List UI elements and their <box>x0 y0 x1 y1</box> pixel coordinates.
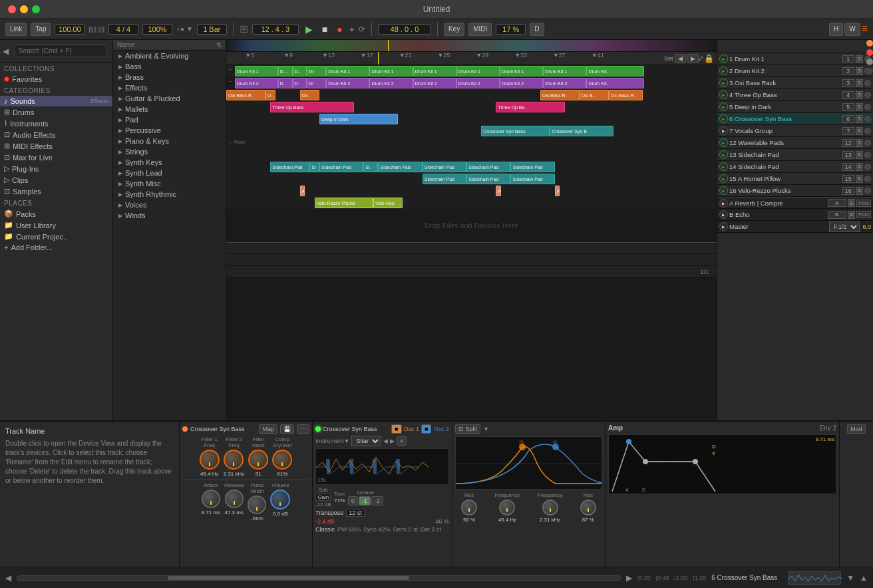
rh-mute-13[interactable] <box>864 152 871 158</box>
quantize-value[interactable]: 48 . 0 . 0 <box>378 24 431 35</box>
list-view-btn[interactable]: ≡ <box>397 436 407 446</box>
rh-play-6[interactable]: ▶ <box>719 114 728 123</box>
sidebar-item-samples[interactable]: ⊡ Samples <box>0 186 112 197</box>
clip-oxi-c[interactable]: Ox.. <box>300 90 319 100</box>
minimize-button[interactable] <box>20 5 28 13</box>
clip-drum2-h[interactable]: Drum Kit 2 <box>456 78 500 88</box>
clip-oxi-a[interactable]: Oxi Bass R. <box>226 90 265 100</box>
clip-crossover-b[interactable]: Crossover Syn B. <box>550 126 613 136</box>
device-1-map[interactable]: Map <box>259 424 277 434</box>
rh-s-13[interactable]: S <box>856 151 863 159</box>
rh-play-15[interactable]: ▶ <box>719 174 728 183</box>
sidebar-item-packs[interactable]: 📦 Packs <box>0 208 112 220</box>
expand-icon[interactable]: ⤢ <box>697 54 704 63</box>
view-btn-h[interactable]: H <box>829 23 843 36</box>
browser-item-synth-misc[interactable]: ▶ Synth Misc <box>113 178 226 189</box>
maximize-button[interactable] <box>32 5 40 13</box>
clip-side13-b[interactable]: Si <box>309 162 319 172</box>
browser-item-voices[interactable]: ▶ Voices <box>113 200 226 210</box>
osc2-btn[interactable]: ■ <box>421 424 431 434</box>
scroll-left-btn[interactable]: ◀ <box>5 573 11 583</box>
nav-back[interactable]: ◀ <box>3 47 9 56</box>
tap-button[interactable]: Tap <box>31 23 51 36</box>
rh-play-1[interactable]: ▶ <box>719 55 728 63</box>
rh-s-2[interactable]: S <box>856 67 863 75</box>
lock-icon[interactable]: 🔒 <box>704 54 714 63</box>
browser-item-piano[interactable]: ▶ Piano & Keys <box>113 136 226 146</box>
sidebar-item-instruments[interactable]: ⌇ Instruments <box>0 118 112 129</box>
rh-s-4[interactable]: S <box>856 91 863 99</box>
close-button[interactable] <box>8 5 16 13</box>
clip-side13-e[interactable]: Sidechain Pad <box>378 162 422 172</box>
volume-knob[interactable] <box>270 490 290 510</box>
master-select[interactable]: ii 1/2 <box>829 221 860 232</box>
rh-s-1[interactable]: S <box>856 55 863 63</box>
clip-drum1-f[interactable]: Drum Kit 1 <box>369 66 413 76</box>
clip-oxi-b[interactable]: O.. <box>265 90 275 100</box>
browser-item-brass[interactable]: ▶ Brass <box>113 72 226 82</box>
stop-button[interactable]: ■ <box>319 24 330 35</box>
rh-play-5[interactable]: ▶ <box>719 102 728 111</box>
rh-play-16[interactable]: ▶ <box>719 186 728 195</box>
oct-0[interactable]: 0 <box>348 496 358 506</box>
scroll-marker-orange[interactable] <box>866 40 873 47</box>
browser-item-bass[interactable]: ▶ Bass <box>113 61 226 72</box>
filter1-freq-knob[interactable] <box>200 450 220 470</box>
set-next[interactable]: ▶ <box>687 54 699 63</box>
sidebar-item-plugins[interactable]: ▷ Plug-Ins <box>0 163 112 174</box>
device-1-menu[interactable]: ⋯ <box>297 424 309 434</box>
device-2-power[interactable] <box>315 426 321 432</box>
rh-s-7[interactable]: S <box>856 127 863 135</box>
scroll-down-btn[interactable]: ▼ <box>846 573 854 583</box>
oct-neg1[interactable]: -1 <box>359 496 371 506</box>
clip-hornet-a[interactable]: A <box>300 186 305 196</box>
h-scrollbar-thumb[interactable] <box>168 576 409 580</box>
clip-velo-b[interactable]: Velo-Rez. <box>373 198 403 208</box>
rh-s-12[interactable]: S <box>856 139 863 147</box>
rh-play-send-a[interactable]: ▶ <box>719 199 728 208</box>
clip-drum2-b[interactable]: D. <box>278 78 293 88</box>
sidebar-item-clips[interactable]: ▷ Clips <box>0 174 112 186</box>
rh-mute-12[interactable] <box>864 140 871 146</box>
browser-item-synth-rhythmic[interactable]: ▶ Synth Rhythmic <box>113 189 226 200</box>
sidebar-item-audio-effects[interactable]: ⊡ Audio Effects <box>0 129 112 140</box>
rh-s-6[interactable]: S <box>856 115 863 123</box>
comp-drywet-knob[interactable] <box>272 450 292 470</box>
rh-mute-6[interactable] <box>864 116 871 122</box>
scroll-up-btn[interactable]: ▲ <box>860 573 868 583</box>
rh-mute-3[interactable] <box>864 80 871 86</box>
clip-side13-d[interactable]: Si. <box>363 162 378 172</box>
scroll-marker-gray[interactable] <box>866 59 873 65</box>
clip-drum2-c[interactable]: D. <box>293 78 307 88</box>
record-arm-button[interactable]: D <box>530 23 544 36</box>
rh-play-2[interactable]: ▶ <box>719 67 728 75</box>
link-button[interactable]: Link <box>5 23 27 36</box>
sidebar-item-sounds[interactable]: ♪ Sounds Effects <box>0 96 112 106</box>
rh-s-16[interactable]: S <box>856 187 863 195</box>
sidebar-item-current-project[interactable]: 📁 Current Projec.. <box>0 231 112 242</box>
key-button[interactable]: Key <box>444 23 464 36</box>
rh-play-3[interactable]: ▶ <box>719 78 728 87</box>
rh-mute-5[interactable] <box>864 104 871 110</box>
clip-threeop-b[interactable]: Three Op Ba. <box>496 102 564 112</box>
rh-play-12[interactable]: ▶ <box>719 138 728 147</box>
clip-drum1-h[interactable]: Drum Kit 1 <box>456 66 500 76</box>
browser-item-strings[interactable]: ▶ Strings <box>113 146 226 157</box>
browser-item-ambient[interactable]: ▶ Ambient & Evolving <box>113 51 226 61</box>
clip-hornet-b[interactable]: A <box>496 186 500 196</box>
rh-s-send-b[interactable]: S <box>848 211 855 219</box>
rh-mute-7[interactable] <box>864 128 871 134</box>
clip-drum1-j[interactable]: Drum Kit 1 <box>543 66 586 76</box>
clip-deep-a[interactable]: Deep in Dark <box>319 114 398 124</box>
scroll-marker-dark[interactable] <box>866 68 873 74</box>
clip-drum2-k[interactable]: Drum Kit. <box>586 78 644 88</box>
scroll-right-btn[interactable]: ▶ <box>626 573 632 583</box>
time-signature[interactable]: 4 / 4 <box>108 24 138 35</box>
tracks-scroll[interactable]: ... Drum Kit 1 D... D.. Dr Drum Kit 1 Dr… <box>226 65 717 420</box>
sidebar-item-favorites[interactable]: Favorites <box>0 74 112 84</box>
res2-knob[interactable] <box>580 500 596 515</box>
device-1-power-led[interactable] <box>182 426 188 432</box>
rh-s-3[interactable]: S <box>856 79 863 87</box>
clip-side13-f[interactable]: Sidechain Pad <box>423 162 466 172</box>
rh-play-send-b[interactable]: ▶ <box>719 210 728 219</box>
